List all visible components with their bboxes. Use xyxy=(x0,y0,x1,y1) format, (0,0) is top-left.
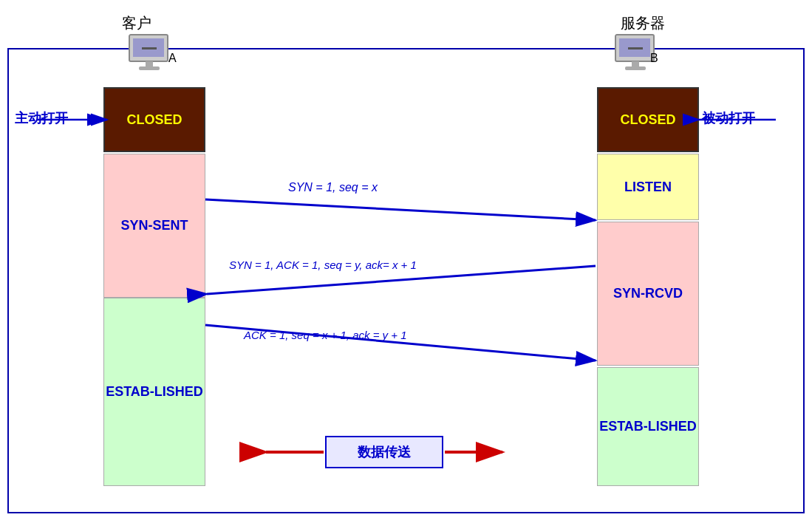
data-transfer-label: 数据传送 xyxy=(358,443,411,461)
svg-rect-7 xyxy=(632,61,639,66)
syn-rcvd-box: SYN-RCVD xyxy=(597,222,699,366)
ack-label: ACK = 1, seq = x + 1, ack = y + 1 xyxy=(244,329,407,341)
estab-right-label: ESTAB-LISHED xyxy=(599,419,697,434)
syn-rcvd-label: SYN-RCVD xyxy=(613,286,683,301)
svg-rect-2 xyxy=(146,61,153,66)
syn-sent-box: SYN-SENT xyxy=(103,154,205,298)
svg-rect-3 xyxy=(139,66,160,70)
estab-left-label: ESTAB-LISHED xyxy=(106,384,203,400)
client-title: 客户 xyxy=(122,13,151,33)
estab-right-box: ESTAB-LISHED xyxy=(597,367,699,486)
label-b: B xyxy=(650,52,658,65)
syn-ack-label: SYN = 1, ACK = 1, seq = y, ack= x + 1 xyxy=(229,259,417,271)
diagram: 客户 服务器 A B CLOSED xyxy=(0,0,812,523)
syn-label: SYN = 1, seq = x xyxy=(288,181,378,194)
syn-sent-label: SYN-SENT xyxy=(120,218,188,233)
server-title: 服务器 xyxy=(621,13,665,33)
data-transfer-box: 数据传送 xyxy=(325,436,443,468)
closed-right-label: CLOSED xyxy=(620,112,675,128)
passive-open-label: 被动打开 xyxy=(702,109,755,127)
active-open-label: 主动打开 xyxy=(15,109,68,127)
svg-rect-8 xyxy=(625,66,646,70)
closed-right-box: CLOSED xyxy=(597,87,699,152)
estab-left-box: ESTAB-LISHED xyxy=(103,298,205,486)
svg-rect-9 xyxy=(628,47,643,49)
closed-left-label: CLOSED xyxy=(126,112,182,128)
svg-rect-4 xyxy=(142,47,157,49)
label-a: A xyxy=(168,52,177,65)
listen-box: LISTEN xyxy=(597,154,699,220)
closed-left-box: CLOSED xyxy=(103,87,205,152)
listen-label: LISTEN xyxy=(624,180,672,195)
